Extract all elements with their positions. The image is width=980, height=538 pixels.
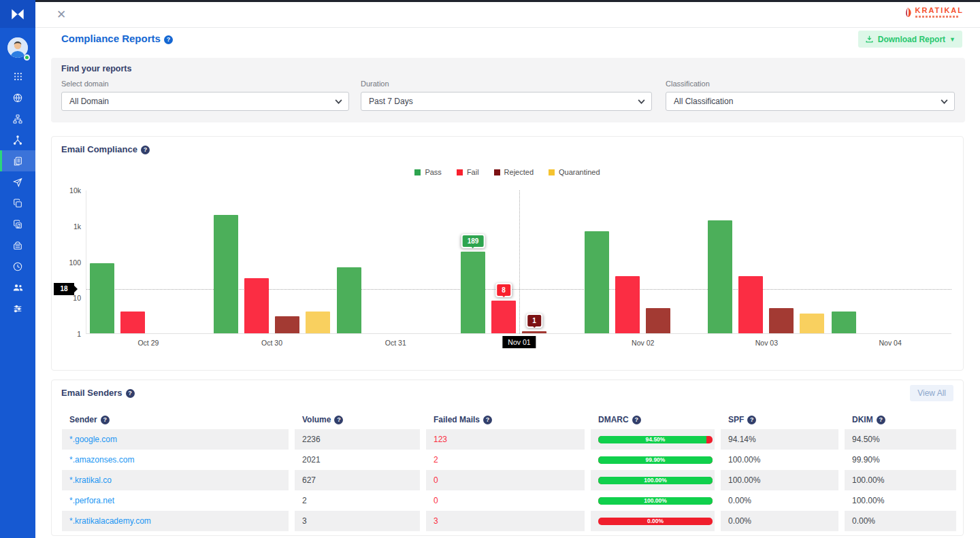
bar-pass-nov02[interactable] [585, 231, 609, 333]
sidebar-item-compliance-reports[interactable] [0, 150, 35, 171]
bar-rejected-oct30[interactable] [275, 316, 299, 333]
help-icon[interactable]: ? [747, 416, 756, 424]
bar-fail-oct29[interactable] [120, 312, 145, 333]
duration-filter: Duration Past 7 Days [361, 80, 652, 111]
close-icon[interactable]: ✕ [56, 7, 66, 22]
bar-rejected-nov03[interactable] [769, 308, 794, 333]
bar-pass-nov03[interactable] [708, 220, 732, 333]
sender-link[interactable]: *.google.com [69, 435, 117, 444]
legend-item-fail[interactable]: Fail [457, 168, 479, 176]
sidebar-item-sync-copy[interactable] [0, 214, 35, 235]
filters-panel: Find your reports Select domain All Doma… [51, 58, 965, 122]
legend-item-quarantined[interactable]: Quarantined [549, 168, 600, 176]
sender-link[interactable]: *.kratikalacademy.com [69, 516, 151, 526]
bar-fail-oct30[interactable] [244, 278, 269, 333]
sender-cell: *.amazonses.com [62, 450, 289, 470]
table-row: *.amazonses.com2021299.90%100.00%99.90% [62, 450, 956, 470]
domain-select[interactable]: All Domain [61, 92, 349, 111]
senders-table: Sender?Volume?Failed Mails?DMARC?SPF?DKI… [62, 410, 956, 531]
top-header: ✕ KRATIKAL [35, 2, 980, 28]
bar-rejected-nov01[interactable] [522, 331, 546, 333]
sidebar-item-network[interactable] [0, 108, 35, 129]
sender-link[interactable]: *.amazonses.com [69, 455, 134, 465]
dmarc-progress-label: 0.00% [598, 518, 713, 525]
help-icon[interactable]: ? [334, 416, 343, 424]
sliders-icon [12, 303, 23, 314]
bar-pass-oct29[interactable] [90, 263, 114, 333]
bar-quarantined-oct30[interactable] [306, 312, 330, 333]
column-header-sender: Sender? [62, 415, 289, 424]
bar-rejected-nov02[interactable] [646, 308, 670, 333]
sender-link[interactable]: *.kratikal.co [69, 475, 112, 485]
legend-label: Quarantined [559, 168, 600, 176]
download-report-button[interactable]: Download Report ▼ [858, 31, 962, 48]
sitemap-icon [12, 114, 23, 124]
sidebar-item-history[interactable] [0, 256, 35, 277]
bar-pass-oct30[interactable] [214, 215, 238, 333]
email-compliance-card: Email Compliance? PassFailRejectedQuaran… [51, 136, 964, 371]
sidebar-item-send[interactable] [0, 171, 35, 192]
bar-fail-nov01[interactable] [491, 301, 516, 333]
help-icon[interactable]: ? [483, 416, 492, 424]
domain-filter-label: Select domain [61, 80, 349, 88]
legend-item-rejected[interactable]: Rejected [494, 168, 534, 176]
bar-quarantined-nov03[interactable] [800, 314, 824, 333]
failed-mails-value: 123 [434, 435, 447, 444]
help-icon[interactable]: ? [141, 146, 150, 154]
x-axis-label: Nov 04 [863, 339, 917, 347]
help-icon[interactable]: ? [164, 35, 173, 44]
column-header-failed-mails: Failed Mails? [426, 415, 585, 424]
sidebar-item-branch[interactable] [0, 129, 35, 150]
sidebar-item-domains[interactable] [0, 87, 35, 108]
dmarc-cell: 94.50% [591, 429, 715, 450]
help-icon[interactable]: ? [126, 389, 135, 398]
bar-pass-nov01[interactable] [461, 252, 485, 333]
legend-swatch [457, 169, 463, 175]
bar-fail-nov02[interactable] [615, 276, 640, 334]
table-row: *.kratikal.co6270100.00%100.00%100.00% [62, 470, 956, 490]
y-crosshair-tooltip: 18 [54, 283, 74, 295]
dkim-cell: 99.90% [845, 450, 956, 470]
user-avatar[interactable] [7, 37, 28, 58]
view-all-button[interactable]: View All [910, 385, 953, 401]
x-axis-label: Nov 02 [616, 339, 670, 347]
legend-item-pass[interactable]: Pass [414, 168, 441, 176]
compliance-bar-chart[interactable]: 10k1k100101Oct 29Oct 30Oct 31Nov 01Nov 0… [86, 190, 951, 334]
dkim-cell: 0.00% [845, 511, 956, 531]
duration-select[interactable]: Past 7 Days [361, 92, 652, 111]
table-row: *.google.com223612394.50%94.14%94.50% [62, 429, 956, 450]
grid-icon [13, 71, 23, 82]
legend-swatch [549, 169, 555, 175]
bar-pass-nov04[interactable] [832, 312, 856, 333]
volume-cell: 3 [295, 511, 420, 531]
help-icon[interactable]: ? [632, 416, 641, 424]
sidebar-item-apps[interactable] [0, 66, 35, 87]
sidebar-item-copy[interactable] [0, 192, 35, 214]
online-status-dot [24, 54, 30, 61]
classification-filter: Classification All Classification [666, 80, 955, 111]
y-axis-tick: 100 [55, 258, 81, 267]
dmarc-progress-bar: 94.50% [598, 436, 713, 443]
x-axis-label: Oct 31 [368, 339, 423, 347]
help-icon[interactable]: ? [877, 416, 885, 424]
table-row: *.perfora.net20100.00%0.00%100.00% [62, 490, 956, 511]
table-row: *.kratikalacademy.com330.00%0.00%0.00% [62, 511, 956, 531]
email-compliance-title: Email Compliance? [61, 144, 150, 154]
bar-tooltip-fail: 8 [495, 283, 512, 297]
y-axis-tick: 1 [55, 330, 81, 338]
column-header-spf: SPF? [721, 415, 838, 424]
sender-link[interactable]: *.perfora.net [69, 496, 114, 505]
senders-table-header: Sender?Volume?Failed Mails?DMARC?SPF?DKI… [62, 410, 956, 429]
x-axis-label: Oct 29 [121, 339, 176, 347]
app-logo[interactable] [0, 0, 35, 28]
failed-mails-value: 0 [434, 496, 438, 505]
sidebar-item-archive[interactable] [0, 235, 35, 256]
brand-tagline [915, 16, 959, 18]
bar-fail-nov03[interactable] [738, 276, 763, 334]
help-icon[interactable]: ? [101, 416, 110, 424]
sidebar-item-settings[interactable] [0, 298, 35, 319]
x-crosshair-tooltip: Nov 01 [502, 336, 536, 348]
sidebar-item-users[interactable] [0, 277, 35, 298]
bar-pass-oct31[interactable] [337, 267, 361, 333]
classification-select[interactable]: All Classification [666, 92, 955, 111]
